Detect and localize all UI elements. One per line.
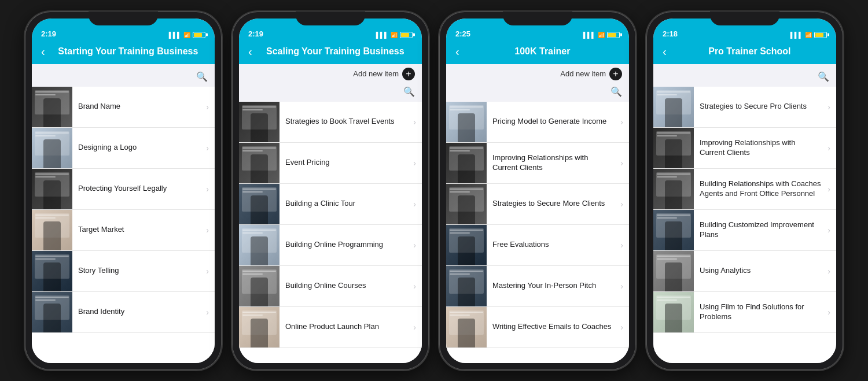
battery-icon bbox=[814, 32, 827, 38]
search-bar: 🔍 bbox=[32, 69, 215, 87]
chevron-icon: › bbox=[413, 282, 422, 291]
chevron-icon: › bbox=[206, 308, 215, 317]
item-label: Brand Name bbox=[72, 97, 206, 116]
list-item[interactable]: Free Evaluations › bbox=[446, 225, 629, 266]
item-thumbnail bbox=[239, 225, 279, 265]
item-label: Improving Relationships with Current Cli… bbox=[694, 134, 827, 162]
search-icon[interactable]: 🔍 bbox=[610, 86, 622, 97]
list-item[interactable]: Building Customized Improvement Plans › bbox=[653, 210, 836, 251]
thumbnail-figure bbox=[665, 180, 682, 209]
list-item[interactable]: Improving Relationships with Current Cli… bbox=[653, 128, 836, 169]
add-item-button[interactable]: + bbox=[402, 68, 415, 80]
line bbox=[242, 106, 276, 108]
thumbnail-lines bbox=[242, 147, 276, 153]
list-item[interactable]: Strategies to Secure Pro Clients › bbox=[653, 87, 836, 128]
list-item[interactable]: Pricing Model to Generate Income › bbox=[446, 102, 629, 143]
line bbox=[450, 147, 483, 149]
line bbox=[657, 173, 690, 175]
thumbnail-lines bbox=[35, 297, 69, 302]
list-item[interactable]: Protecting Yourself Legally › bbox=[32, 169, 215, 210]
list-item[interactable]: Writing Effective Emails to Coaches › bbox=[446, 307, 629, 348]
thumbnail-figure bbox=[665, 221, 682, 250]
list-item[interactable]: Brand Identity › bbox=[32, 292, 215, 333]
line bbox=[242, 273, 263, 275]
thumbnail-figure bbox=[458, 154, 475, 183]
item-label: Building a Clinic Tour bbox=[279, 194, 413, 213]
line bbox=[242, 147, 276, 149]
thumbnail-figure bbox=[251, 195, 268, 224]
list-item[interactable]: Event Pricing › bbox=[239, 143, 422, 184]
list-item[interactable]: Strategies to Book Travel Events › bbox=[239, 102, 422, 143]
add-item-label: Add new item bbox=[353, 69, 399, 78]
list-item[interactable]: Online Product Launch Plan › bbox=[239, 307, 422, 348]
line bbox=[657, 135, 677, 136]
item-label: Brand Identity bbox=[72, 302, 206, 321]
list-item[interactable]: Designing a Logo › bbox=[32, 128, 215, 169]
thumbnail-lines bbox=[657, 214, 690, 220]
thumbnail-lines bbox=[450, 230, 483, 235]
back-button[interactable]: ‹ bbox=[663, 45, 667, 58]
list-item[interactable]: Brand Name › bbox=[32, 87, 215, 128]
app-header: ‹ Starting Your Training Business bbox=[32, 40, 215, 64]
line bbox=[450, 106, 483, 108]
item-label: Free Evaluations bbox=[487, 235, 620, 254]
item-thumbnail bbox=[32, 128, 72, 168]
chevron-icon: › bbox=[827, 184, 836, 194]
thumbnail-figure bbox=[251, 319, 268, 347]
thumbnail-figure bbox=[458, 236, 475, 265]
line bbox=[242, 188, 276, 190]
line bbox=[657, 132, 690, 134]
header-title: Pro Trainer School bbox=[672, 46, 827, 57]
list-item[interactable]: Target Market › bbox=[32, 210, 215, 251]
search-icon[interactable]: 🔍 bbox=[818, 71, 829, 82]
item-thumbnail bbox=[653, 169, 694, 209]
add-item-button[interactable]: + bbox=[609, 68, 622, 80]
list-item[interactable]: Mastering Your In-Person Pitch › bbox=[446, 266, 629, 307]
line bbox=[657, 94, 677, 95]
line bbox=[450, 273, 470, 275]
search-icon[interactable]: 🔍 bbox=[403, 86, 415, 97]
line bbox=[657, 258, 677, 260]
search-icon[interactable]: 🔍 bbox=[196, 71, 208, 82]
notch bbox=[296, 12, 365, 25]
line bbox=[450, 230, 483, 231]
phone-frame: 2:19 ▌▌▌ 📶 ‹ Starting Your Training Busi… bbox=[25, 12, 222, 370]
thumbnail-figure bbox=[665, 139, 682, 168]
list-item[interactable]: Building Relationships with Coaches Agen… bbox=[653, 169, 836, 210]
app-header: ‹ Pro Trainer School bbox=[653, 40, 836, 64]
item-label: Target Market bbox=[72, 220, 206, 239]
item-thumbnail bbox=[239, 102, 279, 142]
item-label: Building Online Courses bbox=[279, 276, 413, 295]
content-list: Strategies to Book Travel Events › bbox=[239, 102, 422, 363]
notch bbox=[503, 12, 572, 25]
spacer bbox=[653, 64, 836, 69]
item-label: Building Customized Improvement Plans bbox=[694, 216, 827, 245]
back-button[interactable]: ‹ bbox=[455, 45, 459, 58]
header-title: Scaling Your Training Business bbox=[258, 46, 413, 57]
list-item[interactable]: Improving Relationships with Current Cli… bbox=[446, 143, 629, 184]
battery-fill bbox=[815, 33, 823, 37]
thumbnail-lines bbox=[450, 271, 483, 276]
list-item[interactable]: Story Telling › bbox=[32, 251, 215, 292]
thumbnail-figure bbox=[43, 304, 61, 332]
thumbnail-lines bbox=[657, 256, 690, 261]
list-item[interactable]: Strategies to Secure More Clients › bbox=[446, 184, 629, 225]
battery-icon bbox=[193, 32, 205, 38]
thumbnail-figure bbox=[43, 221, 61, 250]
item-thumbnail bbox=[653, 128, 694, 168]
wifi-icon: 📶 bbox=[183, 32, 190, 38]
list-item[interactable]: Building Online Courses › bbox=[239, 266, 422, 307]
back-button[interactable]: ‹ bbox=[248, 45, 252, 58]
list-item[interactable]: Using Film to Find Solutions for Problem… bbox=[653, 292, 836, 333]
list-item[interactable]: Using Analytics › bbox=[653, 251, 836, 292]
phone-phone4: 2:18 ▌▌▌ 📶 ‹ Pro Trainer School bbox=[646, 12, 843, 370]
list-item[interactable]: Building a Clinic Tour › bbox=[239, 184, 422, 225]
back-button[interactable]: ‹ bbox=[41, 45, 45, 58]
item-label: Writing Effective Emails to Coaches bbox=[487, 317, 620, 336]
thumbnail-lines bbox=[242, 312, 276, 317]
list-item[interactable]: Building Online Programming › bbox=[239, 225, 422, 266]
line bbox=[35, 176, 56, 177]
item-thumbnail bbox=[653, 210, 694, 250]
phone-screen: 2:19 ▌▌▌ 📶 ‹ Scaling Your Training Busin… bbox=[239, 19, 422, 363]
thumbnail-lines bbox=[657, 173, 690, 179]
